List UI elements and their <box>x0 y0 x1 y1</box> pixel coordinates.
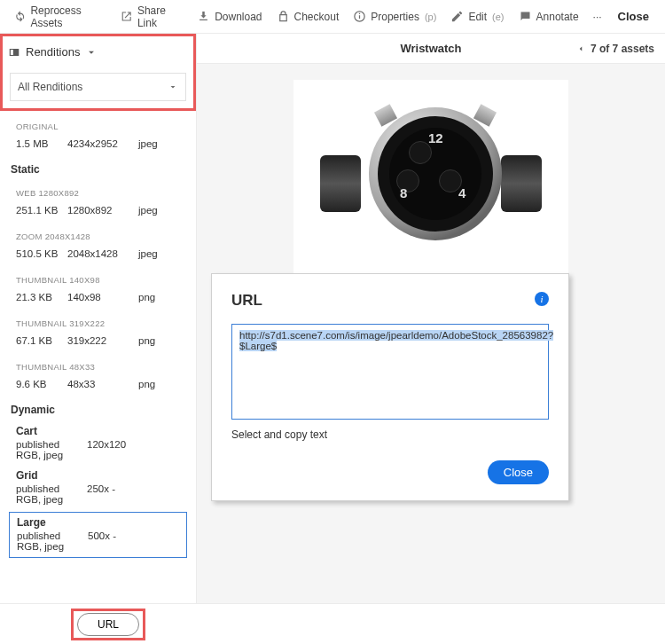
url-modal: i URL http://s7d1.scene7.com/is/image/jp… <box>211 273 569 501</box>
rendition-row[interactable]: 1.5 MB 4234x2952 jpeg <box>4 135 192 158</box>
edit-label: Edit <box>468 11 487 23</box>
refresh-icon <box>14 10 26 23</box>
info-icon[interactable]: i <box>535 292 549 306</box>
asset-count[interactable]: 7 of 7 assets <box>576 43 654 55</box>
renditions-dropdown[interactable]: Renditions <box>3 36 193 67</box>
annotate-label: Annotate <box>536 11 579 23</box>
close-button[interactable]: Close <box>609 10 658 23</box>
checkout-button[interactable]: Checkout <box>270 0 347 33</box>
section-web: WEB 1280X892 <box>4 181 192 201</box>
info-icon <box>353 10 366 23</box>
share-icon <box>121 10 132 23</box>
chevron-left-icon <box>576 44 585 53</box>
footer-bar: URL <box>0 603 665 644</box>
section-thumb2: THUMBNAIL 319X222 <box>4 311 192 332</box>
section-zoom: ZOOM 2048X1428 <box>4 224 192 245</box>
download-icon <box>197 10 210 23</box>
filter-dropdown[interactable]: All Renditions <box>10 73 186 101</box>
url-text: http://s7d1.scene7.com/is/image/jpearlde… <box>239 330 553 351</box>
svg-rect-1 <box>359 15 360 19</box>
edit-button[interactable]: Edit (e) <box>443 0 511 33</box>
properties-label: Properties <box>371 11 419 23</box>
lock-icon <box>277 10 290 23</box>
download-button[interactable]: Download <box>190 0 269 33</box>
download-label: Download <box>215 11 262 23</box>
annotate-icon <box>519 10 532 23</box>
renditions-panel: Renditions All Renditions ORIGINAL 1.5 M… <box>0 34 197 603</box>
dynamic-rendition-grid[interactable]: Grid published250x - RGB, jpeg <box>4 466 192 510</box>
reprocess-assets-button[interactable]: Reprocess Assets <box>7 0 113 33</box>
reprocess-label: Reprocess Assets <box>30 4 106 29</box>
dynamic-header: Dynamic <box>4 398 192 421</box>
properties-button[interactable]: Properties (p) <box>346 0 443 33</box>
dynamic-rendition-cart[interactable]: Cart published120x120 RGB, jpeg <box>4 421 192 466</box>
filter-value: All Renditions <box>18 81 82 93</box>
checkout-label: Checkout <box>294 11 340 23</box>
url-button-highlight: URL <box>71 609 145 640</box>
url-button[interactable]: URL <box>77 613 139 636</box>
asset-title: Wristwatch <box>400 42 461 55</box>
section-thumb3: THUMBNAIL 48X33 <box>4 355 192 375</box>
more-button[interactable]: ··· <box>586 0 609 33</box>
edit-key: (e) <box>492 12 504 22</box>
rendition-row[interactable]: 21.3 KB 140x98 png <box>4 288 192 311</box>
rendition-row[interactable]: 67.1 KB 319x222 png <box>4 332 192 355</box>
top-toolbar: Reprocess Assets Share Link Download Che… <box>0 0 665 34</box>
url-textarea[interactable]: http://s7d1.scene7.com/is/image/jpearlde… <box>231 324 549 420</box>
rendition-row[interactable]: 9.6 KB 48x33 png <box>4 375 192 398</box>
asset-preview: 1248 <box>293 80 568 280</box>
section-original: ORIGINAL <box>4 114 192 135</box>
section-thumb1: THUMBNAIL 140X98 <box>4 268 192 288</box>
static-header: Static <box>4 158 192 181</box>
renditions-label: Renditions <box>26 45 80 59</box>
modal-hint: Select and copy text <box>231 428 549 441</box>
renditions-highlight: Renditions All Renditions <box>0 34 196 111</box>
chevron-down-icon <box>85 46 98 59</box>
panel-icon <box>8 46 20 59</box>
more-icon: ··· <box>593 11 602 23</box>
rendition-row[interactable]: 251.1 KB 1280x892 jpeg <box>4 201 192 224</box>
modal-close-button[interactable]: Close <box>488 460 549 484</box>
annotate-button[interactable]: Annotate <box>512 0 586 33</box>
pencil-icon <box>450 10 464 23</box>
modal-title: URL <box>231 292 549 310</box>
dynamic-rendition-large[interactable]: Large published500x - RGB, jpeg <box>9 512 187 558</box>
rendition-row[interactable]: 510.5 KB 2048x1428 jpeg <box>4 245 192 268</box>
properties-key: (p) <box>425 12 436 22</box>
chevron-down-icon <box>168 82 178 92</box>
share-label: Share Link <box>137 4 183 29</box>
svg-rect-2 <box>359 13 360 14</box>
share-link-button[interactable]: Share Link <box>113 0 190 33</box>
watch-image: 1248 <box>320 91 542 269</box>
